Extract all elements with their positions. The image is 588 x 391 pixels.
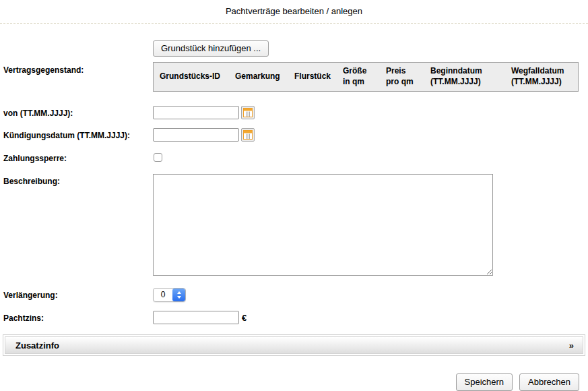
grundstueck-table-header: Grundstücks-ID Gemarkung Flurstück Größe… xyxy=(153,62,579,92)
vertragsgegenstand-row: Vertragsgegenstand: Grundstücks-ID Gemar… xyxy=(3,62,588,92)
von-label: von (TT.MM.JJJJ): xyxy=(3,106,153,118)
expand-chevron-icon: » xyxy=(569,340,574,351)
zusatzinfo-header-bar[interactable]: Zusatzinfo » xyxy=(5,336,583,354)
save-button[interactable]: Speichern xyxy=(456,373,513,391)
kuendigungsdatum-label: Kündigungsdatum (TT.MM.JJJJ): xyxy=(3,128,153,140)
stepper-arrows-icon xyxy=(172,289,185,301)
kuendigungsdatum-date-input[interactable] xyxy=(153,128,239,142)
pachtzins-input[interactable] xyxy=(153,311,239,324)
zahlungssperre-checkbox[interactable] xyxy=(154,153,162,162)
column-header-wegfalldatum: Wegfalldatum (TT.MM.JJJJ) xyxy=(505,63,578,91)
column-header-beginndatum: Beginndatum (TT.MM.JJJJ) xyxy=(424,63,505,91)
calendar-icon xyxy=(243,130,253,140)
beschreibung-row: Beschreibung: xyxy=(3,174,588,276)
column-header-flurstueck: Flurstück xyxy=(288,63,337,91)
pachtzins-row: Pachtzins: € xyxy=(3,311,588,324)
calendar-icon xyxy=(243,108,253,117)
beschreibung-textarea[interactable] xyxy=(153,174,493,276)
vertragsgegenstand-label: Vertragsgegenstand: xyxy=(3,62,153,75)
pachtvertrag-edit-page: Pachtverträge bearbeiten / anlegen Grund… xyxy=(0,0,588,391)
verlaengerung-selected-value: 0 xyxy=(154,289,172,301)
zahlungssperre-label: Zahlungssperre: xyxy=(3,151,153,163)
chevron-down-icon xyxy=(177,296,181,299)
verlaengerung-select[interactable]: 0 xyxy=(153,288,186,302)
pachtzins-label: Pachtzins: xyxy=(3,311,153,323)
column-header-gemarkung: Gemarkung xyxy=(229,63,288,91)
page-title: Pachtverträge bearbeiten / anlegen xyxy=(0,0,588,23)
zusatzinfo-title: Zusatzinfo xyxy=(15,340,59,351)
column-header-groesse: Größe in qm xyxy=(337,63,380,91)
von-row: von (TT.MM.JJJJ): xyxy=(3,106,588,119)
zusatzinfo-section: Zusatzinfo » xyxy=(3,334,585,356)
cancel-button[interactable]: Abbrechen xyxy=(519,373,579,391)
add-grundstueck-row: Grundstück hinzufügen ... xyxy=(3,40,588,57)
spacer-label xyxy=(3,40,153,43)
verlaengerung-row: Verlängerung: 0 xyxy=(3,288,588,302)
kuendigungsdatum-calendar-button[interactable] xyxy=(241,128,255,142)
form-actions: Speichern Abbrechen xyxy=(0,373,579,391)
beschreibung-label: Beschreibung: xyxy=(3,174,153,186)
column-header-grundstuecks-id: Grundstücks-ID xyxy=(154,63,229,91)
add-grundstueck-button[interactable]: Grundstück hinzufügen ... xyxy=(153,40,269,57)
von-calendar-button[interactable] xyxy=(241,106,255,119)
chevron-up-icon xyxy=(177,291,181,294)
verlaengerung-label: Verlängerung: xyxy=(3,288,153,300)
euro-currency-label: € xyxy=(239,311,247,323)
column-header-preis: Preis pro qm xyxy=(380,63,424,91)
von-date-input[interactable] xyxy=(153,106,239,119)
zahlungssperre-row: Zahlungssperre: xyxy=(3,151,588,163)
pachtvertrag-form: Grundstück hinzufügen ... Vertragsgegens… xyxy=(0,24,588,324)
kuendigungsdatum-row: Kündigungsdatum (TT.MM.JJJJ): xyxy=(3,128,588,142)
